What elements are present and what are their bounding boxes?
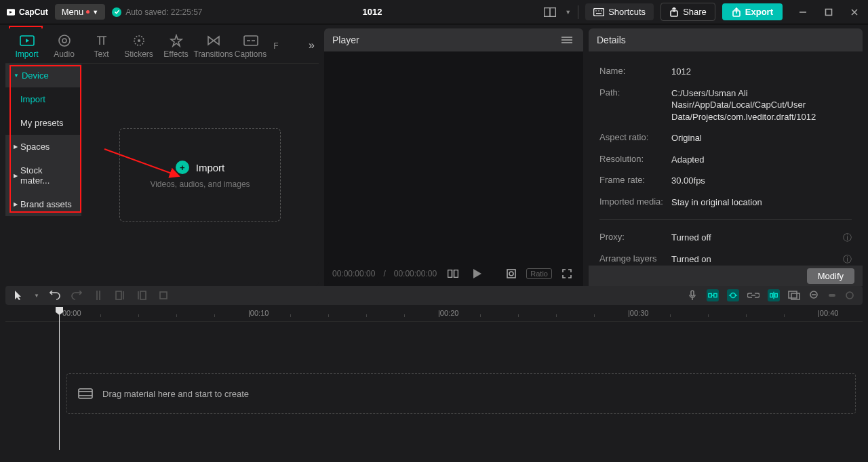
import-drop-zone[interactable]: + Import Videos, audios, and images: [119, 128, 281, 222]
sidebar-label: Spaces: [20, 142, 50, 152]
svg-rect-36: [140, 291, 146, 299]
media-sidebar: ▼Device Import My presets ▶Spaces ▶Stock…: [5, 64, 81, 286]
maximize-button[interactable]: [821, 4, 837, 20]
svg-rect-29: [507, 270, 515, 278]
ruler-minor-tick: [480, 314, 481, 317]
layout-icon[interactable]: [542, 4, 558, 20]
undo-icon[interactable]: [49, 289, 61, 301]
pointer-tool-icon[interactable]: [12, 289, 24, 301]
player-scale-icon[interactable]: [503, 266, 519, 282]
drop-hint-text: Drag material here and start to create: [102, 389, 249, 399]
close-button[interactable]: [846, 4, 863, 20]
text-icon: [94, 33, 109, 48]
menu-button[interactable]: Menu ▼: [55, 4, 105, 20]
cover-icon[interactable]: [788, 289, 800, 301]
zoom-out-icon[interactable]: [808, 289, 821, 301]
tab-audio[interactable]: Audio: [45, 28, 83, 64]
timeline-settings-icon[interactable]: [844, 289, 856, 301]
sidebar-item-brand[interactable]: ▶Brand assets: [5, 192, 81, 216]
chevron-down-icon[interactable]: ▼: [34, 293, 39, 299]
fullscreen-icon[interactable]: [559, 266, 575, 282]
ruler-minor-tick: [594, 314, 595, 317]
timeline-tracks[interactable]: Drag material here and start to create: [5, 321, 863, 458]
check-icon: [112, 7, 121, 17]
tab-transitions[interactable]: Transitions: [195, 28, 232, 64]
ruler-tick: |00:10: [248, 309, 269, 317]
ruler-minor-tick: [328, 314, 329, 317]
sidebar-item-device[interactable]: ▼Device: [5, 64, 81, 87]
ruler-minor-tick: [518, 314, 519, 317]
timeline-ruler[interactable]: 00:00 |00:10 |00:20 |00:30 |00:40: [5, 306, 863, 321]
magnet-auto-icon[interactable]: [727, 289, 739, 301]
ruler-tick: |00:30: [628, 309, 648, 317]
tab-import[interactable]: Import: [8, 28, 45, 64]
detail-value: Turned off: [671, 232, 843, 244]
import-title: Import: [196, 162, 225, 173]
stickers-icon: [132, 33, 146, 48]
modify-button[interactable]: Modify: [807, 268, 854, 284]
info-icon[interactable]: ⓘ: [843, 232, 852, 244]
timeline-drop-hint[interactable]: Drag material here and start to create: [66, 373, 856, 414]
player-compare-icon[interactable]: [445, 266, 461, 282]
sidebar-item-spaces[interactable]: ▶Spaces: [5, 135, 81, 159]
tab-stickers[interactable]: Stickers: [120, 28, 157, 64]
delete-right-icon[interactable]: [136, 289, 148, 301]
autosave-text: Auto saved: 22:25:57: [125, 7, 202, 17]
player-panel: Player 00:00:00:00 / 00:00:00:00 Ratio: [324, 28, 583, 286]
transitions-icon: [206, 33, 221, 48]
share-label: Share: [683, 7, 707, 17]
svg-rect-46: [770, 293, 773, 297]
svg-marker-14: [26, 39, 29, 43]
player-viewport[interactable]: 00:00:00:00 / 00:00:00:00 Ratio: [324, 51, 583, 286]
export-button[interactable]: Export: [722, 3, 783, 20]
player-menu-icon[interactable]: [559, 32, 575, 48]
tab-effects[interactable]: Effects: [157, 28, 195, 64]
detail-label: Arrange layers: [599, 253, 671, 264]
svg-rect-19: [244, 36, 258, 45]
svg-rect-33: [116, 291, 121, 299]
detail-value: Adapted: [671, 154, 852, 166]
link-icon[interactable]: [747, 289, 760, 301]
tab-text[interactable]: Text: [83, 28, 120, 64]
sidebar-item-stock[interactable]: ▶Stock mater...: [5, 159, 81, 192]
ruler-minor-tick: [290, 314, 291, 317]
sidebar-label: Import: [20, 94, 45, 104]
delete-left-icon[interactable]: [114, 289, 126, 301]
preview-axis-icon[interactable]: [768, 289, 780, 301]
crop-icon[interactable]: [157, 289, 170, 301]
sidebar-item-mypresets[interactable]: My presets: [5, 111, 81, 135]
ratio-button[interactable]: Ratio: [526, 268, 552, 279]
export-icon: [732, 7, 741, 17]
titlebar: CapCut Menu ▼ Auto saved: 22:25:57 1012 …: [0, 0, 868, 24]
redo-icon[interactable]: [71, 289, 83, 301]
detail-row-resolution: Resolution: Adapted: [599, 149, 852, 171]
detail-row-imported: Imported media: Stay in original locatio…: [599, 192, 852, 213]
detail-value: C:/Users/Usman Ali Nasir/AppData/Local/C…: [671, 87, 852, 123]
effects-icon: [169, 33, 184, 48]
app-logo: CapCut: [5, 7, 48, 18]
ruler-minor-tick: [670, 314, 671, 317]
playhead[interactable]: [59, 307, 60, 450]
tab-captions[interactable]: Captions: [232, 28, 269, 64]
svg-rect-4: [594, 8, 604, 16]
shortcuts-button[interactable]: Shortcuts: [585, 3, 654, 20]
zoom-slider[interactable]: [829, 294, 835, 297]
project-title: 1012: [210, 7, 536, 17]
tab-filters-truncated[interactable]: F: [269, 28, 283, 64]
ruler-minor-tick: [214, 314, 215, 317]
chevron-down-icon: ▼: [565, 9, 571, 16]
more-tabs-button[interactable]: »: [309, 39, 315, 51]
details-panel: Details Name: 1012 Path: C:/Users/Usman …: [589, 28, 863, 286]
sidebar-item-import[interactable]: Import: [5, 87, 81, 111]
info-icon[interactable]: ⓘ: [843, 253, 852, 266]
tab-label: Captions: [235, 49, 267, 59]
ruler-minor-tick: [404, 314, 405, 317]
magnet-main-icon[interactable]: [707, 289, 719, 301]
minimize-button[interactable]: [795, 4, 811, 20]
split-icon[interactable]: [92, 289, 104, 301]
play-button[interactable]: [469, 266, 486, 282]
mic-icon[interactable]: [686, 289, 698, 301]
player-controls: 00:00:00:00 / 00:00:00:00 Ratio: [324, 261, 583, 286]
detail-value: 1012: [671, 66, 852, 78]
share-button[interactable]: Share: [660, 3, 715, 21]
